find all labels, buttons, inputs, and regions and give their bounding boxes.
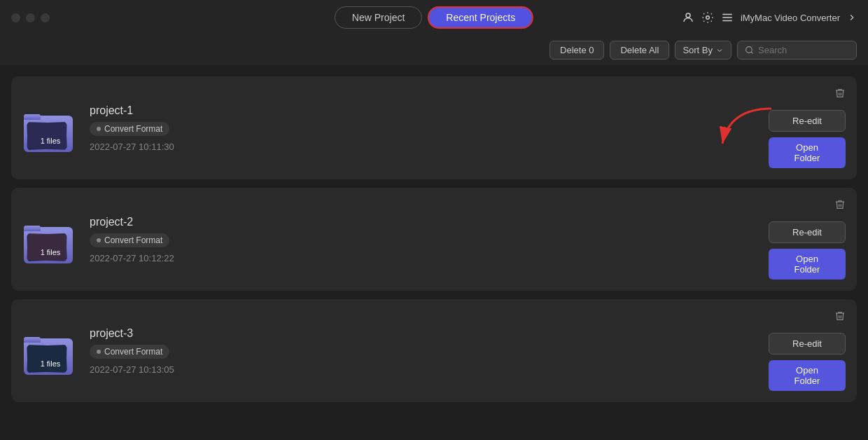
project-date-1: 2022-07-27 10:11:30 <box>90 142 757 152</box>
sort-by-select[interactable]: Sort By <box>675 41 732 60</box>
project-name-1: project-1 <box>90 104 757 117</box>
nav-buttons: New Project Recent Projects <box>335 6 533 29</box>
user-icon[interactable] <box>682 11 694 24</box>
folder-icon-3: 1 files <box>22 327 78 375</box>
convert-badge-2: Convert Format <box>90 233 169 247</box>
project-info-2: project-2 Convert Format 2022-07-27 10:1… <box>90 216 757 263</box>
badge-dot-1 <box>97 127 101 131</box>
svg-line-6 <box>751 52 752 53</box>
delete-all-button[interactable]: Delete All <box>610 41 669 60</box>
convert-badge-1: Convert Format <box>90 122 169 136</box>
recent-projects-button[interactable]: Recent Projects <box>428 6 533 29</box>
re-edit-2-button[interactable]: Re-edit <box>769 221 846 243</box>
badge-dot-3 <box>97 350 101 354</box>
delete-0-button[interactable]: Delete 0 <box>550 41 604 60</box>
settings-icon[interactable] <box>701 11 714 24</box>
search-input[interactable] <box>758 45 849 55</box>
delete-project-1-button[interactable] <box>834 88 846 102</box>
project-date-3: 2022-07-27 10:13:05 <box>90 364 757 375</box>
app-name: iMyMac Video Converter <box>741 13 840 23</box>
main-content: 1 files project-1 Convert Format 2022-07… <box>0 65 868 413</box>
menu-icon[interactable] <box>721 11 734 24</box>
traffic-lights <box>11 13 50 22</box>
project-name-2: project-2 <box>90 216 757 228</box>
open-folder-2-button[interactable]: Open Folder <box>769 249 846 280</box>
open-folder-1-button[interactable]: Open Folder <box>769 137 846 168</box>
folder-icon-2: 1 files <box>22 216 78 263</box>
project-card-1: 1 files project-1 Convert Format 2022-07… <box>11 76 857 179</box>
minimize-button[interactable] <box>26 13 35 22</box>
project-actions-1: Re-edit Open Folder <box>769 88 846 168</box>
search-icon <box>745 46 754 55</box>
folder-icon-1: 1 files <box>22 104 78 152</box>
convert-badge-3: Convert Format <box>90 345 169 359</box>
chevron-down-icon <box>715 46 724 55</box>
folder-file-count-1: 1 files <box>22 137 78 145</box>
svg-point-1 <box>706 16 710 20</box>
project-actions-2: Re-edit Open Folder <box>769 199 846 280</box>
maximize-button[interactable] <box>41 13 50 22</box>
titlebar-right: iMyMac Video Converter <box>682 11 857 24</box>
project-card-3: 1 files project-3 Convert Format 2022-07… <box>11 299 857 402</box>
open-folder-3-button[interactable]: Open Folder <box>769 360 846 391</box>
project-info-1: project-1 Convert Format 2022-07-27 10:1… <box>90 104 757 152</box>
titlebar: New Project Recent Projects iMyMac Video… <box>0 0 868 35</box>
close-button[interactable] <box>11 13 20 22</box>
project-actions-3: Re-edit Open Folder <box>769 310 846 391</box>
project-info-3: project-3 Convert Format 2022-07-27 10:1… <box>90 327 757 375</box>
svg-point-0 <box>686 13 690 18</box>
folder-file-count-2: 1 files <box>22 248 78 256</box>
badge-dot-2 <box>97 238 101 242</box>
new-project-button[interactable]: New Project <box>335 6 422 29</box>
folder-file-count-3: 1 files <box>22 359 78 368</box>
re-edit-1-button[interactable]: Re-edit <box>769 110 846 132</box>
svg-point-5 <box>746 47 752 53</box>
search-box <box>737 41 857 60</box>
project-name-3: project-3 <box>90 327 757 340</box>
project-date-2: 2022-07-27 10:12:22 <box>90 253 757 263</box>
delete-project-3-button[interactable] <box>834 310 846 324</box>
toolbar: Delete 0 Delete All Sort By <box>0 35 868 65</box>
re-edit-3-button[interactable]: Re-edit <box>769 333 846 355</box>
app-arrow-icon[interactable] <box>847 13 857 22</box>
delete-project-2-button[interactable] <box>834 199 846 213</box>
project-card-2: 1 files project-2 Convert Format 2022-07… <box>11 188 857 291</box>
